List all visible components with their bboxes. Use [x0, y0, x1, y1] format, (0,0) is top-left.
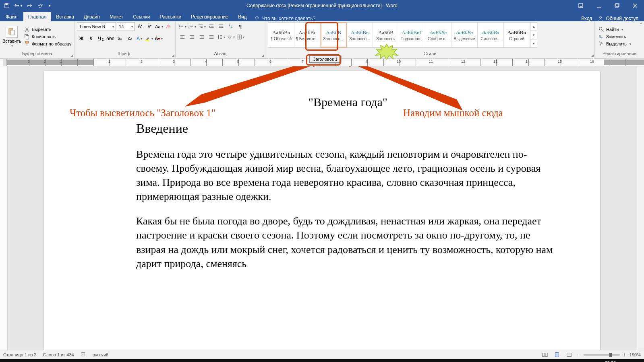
replace-button[interactable]: abЗаменить	[597, 33, 632, 40]
strike-button[interactable]: abc	[106, 34, 115, 43]
clipboard-launcher-icon[interactable]: ◢	[70, 53, 73, 58]
numbering-icon[interactable]: 123▾	[188, 22, 197, 31]
start-button[interactable]	[0, 359, 18, 362]
text-effects-icon[interactable]: A▾	[135, 34, 144, 43]
show-marks-icon[interactable]: ¶	[236, 22, 245, 31]
grow-font-icon[interactable]: A▴	[136, 22, 144, 31]
tab-mailings[interactable]: Рассылки	[155, 12, 186, 21]
align-right-icon[interactable]	[197, 33, 206, 41]
gallery-down-icon[interactable]: ▾	[530, 31, 537, 39]
qat-customize-icon[interactable]: ▾	[47, 1, 52, 10]
vertical-ruler[interactable]	[0, 66, 8, 350]
save-icon[interactable]	[2, 1, 12, 10]
tab-view[interactable]: Вид	[233, 12, 252, 21]
underline-button[interactable]: Ч▾	[96, 34, 105, 43]
doc-title-text[interactable]: "Времена года"	[136, 95, 560, 109]
borders-icon[interactable]: ▾	[236, 33, 245, 41]
doc-heading[interactable]: Введение	[136, 121, 560, 136]
style-heading2[interactable]: АаБбВвЗаголово...	[347, 23, 373, 47]
search-taskbar-icon[interactable]	[18, 359, 35, 362]
style-subtitle[interactable]: АаБбВвГПодзаголо...	[399, 23, 425, 47]
clock[interactable]: 22:2030.06.2017	[596, 360, 625, 362]
format-painter-button[interactable]: Формат по образцу	[23, 41, 73, 47]
spellcheck-status-icon[interactable]	[81, 352, 86, 358]
bullets-icon[interactable]: ▾	[178, 22, 187, 31]
styles-launcher-icon[interactable]: ◢	[591, 53, 594, 58]
multilevel-icon[interactable]: ▾	[197, 22, 206, 31]
web-layout-icon[interactable]	[565, 351, 574, 358]
style-strong[interactable]: АаБбВвСтрогий	[504, 23, 530, 47]
mail-app-icon[interactable]	[89, 359, 106, 362]
align-center-icon[interactable]	[188, 33, 197, 41]
signin-link[interactable]: Вход	[581, 16, 592, 21]
font-name-combo[interactable]: Times New R▾	[77, 22, 116, 31]
line-spacing-icon[interactable]: ▾	[217, 33, 226, 41]
style-nospacing[interactable]: АаБбВг¶ Без инте...	[294, 23, 321, 47]
task-view-icon[interactable]	[35, 359, 53, 362]
doc-paragraph-2[interactable]: Какая бы не была погода во дворе, будь т…	[136, 214, 560, 270]
italic-button[interactable]: К	[87, 34, 95, 43]
minimize-icon[interactable]	[590, 0, 608, 11]
align-left-icon[interactable]	[178, 33, 187, 41]
shading-icon[interactable]: ▾	[226, 33, 235, 41]
doc-paragraph-1[interactable]: Времена года это четыре удивительных сез…	[136, 147, 560, 204]
copy-button[interactable]: Копировать	[23, 33, 73, 40]
gallery-scroll[interactable]: ▴▾▾	[530, 23, 537, 47]
font-color-icon[interactable]: A▾	[154, 34, 163, 43]
undo-icon[interactable]: ▾	[13, 1, 23, 10]
subscript-button[interactable]: x2	[116, 34, 124, 43]
tell-me-search[interactable]: Что вы хотите сделать?	[254, 16, 316, 21]
justify-icon[interactable]	[207, 33, 216, 41]
styles-gallery[interactable]: АаБбВв¶ Обычный АаБбВг¶ Без инте... АаБб…	[268, 22, 537, 48]
style-normal[interactable]: АаБбВв¶ Обычный	[268, 23, 294, 47]
chrome-app-icon[interactable]	[106, 359, 124, 362]
paragraph-launcher-icon[interactable]: ◢	[261, 53, 264, 58]
find-button[interactable]: Найти▾	[597, 26, 632, 33]
language-status[interactable]: русский	[93, 352, 108, 357]
tab-references[interactable]: Ссылки	[128, 12, 155, 21]
read-mode-icon[interactable]	[540, 351, 549, 358]
style-heading1[interactable]: АаБбВЗаголово...	[321, 23, 347, 47]
tab-design[interactable]: Дизайн	[79, 12, 105, 21]
bold-button[interactable]: Ж	[77, 34, 86, 43]
collapse-ribbon-icon[interactable]: ˄	[640, 22, 642, 27]
store-app-icon[interactable]	[71, 359, 89, 362]
zoom-out-icon[interactable]: −	[577, 352, 580, 358]
vertical-scrollbar[interactable]	[637, 66, 644, 350]
zoom-level[interactable]: 190%	[630, 352, 641, 357]
page-counter[interactable]: Страница 1 из 2	[3, 352, 36, 357]
highlight-icon[interactable]: ▾	[145, 34, 153, 43]
tab-insert[interactable]: Вставка	[51, 12, 79, 21]
spellcheck-icon[interactable]: ABC	[35, 1, 46, 10]
share-button[interactable]: Общий доступ	[598, 16, 638, 21]
print-layout-icon[interactable]	[553, 351, 561, 358]
style-emphasis[interactable]: АаБбВвВыделение	[451, 23, 478, 47]
action-center-icon[interactable]: 2	[629, 359, 642, 362]
word-counter[interactable]: Слово 1 из 434	[43, 352, 74, 357]
cut-button[interactable]: Вырезать	[23, 26, 73, 33]
clear-format-icon[interactable]: A	[164, 22, 173, 31]
sort-icon[interactable]: АЯ	[226, 22, 235, 31]
style-subtle-emphasis[interactable]: АаБбВвСлабое в...	[425, 23, 451, 47]
gallery-expand-icon[interactable]: ▾	[530, 39, 537, 47]
zoom-slider[interactable]	[584, 354, 620, 356]
word-app-icon[interactable]: W	[177, 359, 195, 362]
superscript-button[interactable]: x2	[125, 34, 134, 43]
ribbon-options-icon[interactable]	[572, 0, 590, 11]
tab-home[interactable]: Главная	[23, 12, 52, 21]
style-intense-emphasis[interactable]: АаБбВвСильное...	[478, 23, 504, 47]
select-button[interactable]: Выделить▾	[597, 41, 632, 47]
app-icon-1[interactable]	[124, 359, 142, 362]
tab-file[interactable]: Файл	[0, 12, 23, 21]
shrink-font-icon[interactable]: A▾	[145, 22, 154, 31]
tab-layout[interactable]: Макет	[105, 12, 128, 21]
outdent-icon[interactable]	[207, 22, 216, 31]
maximize-icon[interactable]	[608, 0, 626, 11]
indent-icon[interactable]	[217, 22, 226, 31]
redo-icon[interactable]	[24, 1, 35, 10]
yandex-app-icon[interactable]: Я	[142, 359, 159, 362]
zoom-in-icon[interactable]: +	[623, 352, 626, 358]
explorer-app-icon[interactable]	[53, 359, 71, 362]
font-launcher-icon[interactable]: ◢	[172, 53, 174, 58]
gallery-up-icon[interactable]: ▴	[530, 23, 537, 31]
